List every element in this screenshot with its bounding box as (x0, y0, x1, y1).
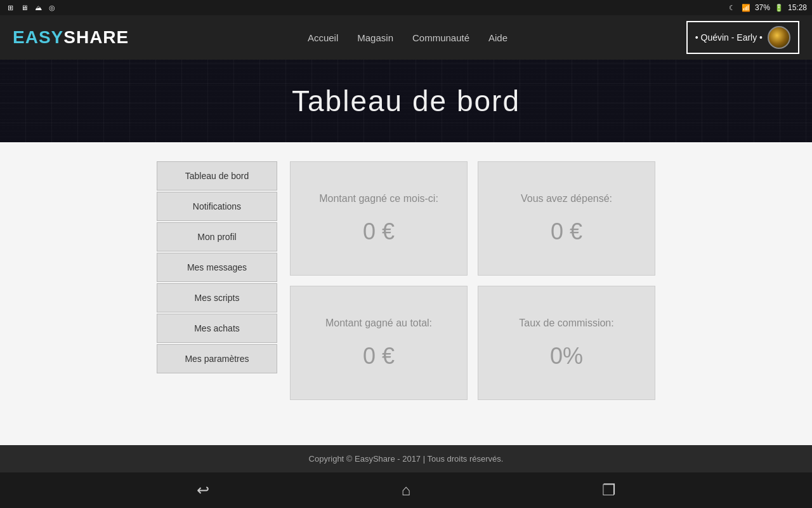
logo-share: SHARE (63, 27, 129, 48)
logo: EASY SHARE (13, 27, 129, 48)
battery-percent: 37% (755, 3, 770, 12)
navbar: EASY SHARE Accueil Magasin Communauté Ai… (0, 15, 812, 60)
status-bar-left: ⊞ 🖥 ⛰ ◎ (5, 3, 57, 13)
footer: Copyright © EasyShare - 2017 | Tous droi… (0, 445, 812, 472)
grid-icon: ⊞ (5, 3, 15, 13)
sidebar-item-mes-achats[interactable]: Mes achats (157, 314, 277, 343)
page-title: Tableau de bord (292, 84, 520, 118)
card-montant-total: Montant gagné au total: 0 € (290, 286, 468, 400)
sidebar-item-mon-profil[interactable]: Mon profil (157, 222, 277, 251)
card-vous-depense: Vous avez dépensé: 0 € (478, 161, 655, 276)
home-button[interactable]: ⌂ (393, 478, 419, 503)
card-montant-total-value: 0 € (363, 343, 395, 370)
status-bar: ⊞ 🖥 ⛰ ◎ ☾ 📶 37% 🔋 15:28 (0, 0, 812, 15)
user-menu[interactable]: • Quévin - Early • (686, 21, 799, 54)
card-montant-total-label: Montant gagné au total: (325, 316, 432, 330)
card-montant-mois-value: 0 € (363, 218, 395, 245)
nav-magasin[interactable]: Magasin (357, 32, 393, 43)
monitor-icon: 🖥 (19, 3, 29, 13)
card-taux-commission-label: Taux de commission: (519, 316, 613, 330)
sidebar-item-mes-scripts[interactable]: Mes scripts (157, 283, 277, 312)
card-montant-mois-label: Montant gagné ce mois-ci: (319, 192, 438, 206)
hero-banner: Tableau de bord (0, 60, 812, 142)
nav-communaute[interactable]: Communauté (412, 32, 469, 43)
nav-accueil[interactable]: Accueil (308, 32, 338, 43)
status-bar-right: ☾ 📶 37% 🔋 15:28 (727, 3, 807, 13)
card-vous-depense-value: 0 € (551, 218, 582, 245)
main-content: Tableau de bord Notifications Mon profil… (0, 142, 812, 445)
sidebar-item-mes-parametres[interactable]: Mes paramètres (157, 344, 277, 373)
nav-aide[interactable]: Aide (488, 32, 508, 43)
card-montant-mois: Montant gagné ce mois-ci: 0 € (290, 161, 468, 276)
app-icon-1: ⛰ (33, 3, 43, 13)
wifi-icon: 📶 (741, 3, 751, 13)
windows-icon: ❐ (602, 481, 616, 499)
footer-text: Copyright © EasyShare - 2017 | Tous droi… (309, 454, 504, 464)
logo-easy: EASY (13, 27, 63, 48)
windows-button[interactable]: ❐ (596, 478, 622, 503)
bottom-nav: ↩ ⌂ ❐ (0, 472, 812, 508)
time-display: 15:28 (788, 3, 807, 12)
card-taux-commission-value: 0% (550, 343, 583, 370)
back-icon: ↩ (197, 481, 209, 499)
card-taux-commission: Taux de commission: 0% (478, 286, 655, 400)
sidebar-item-tableau-de-bord[interactable]: Tableau de bord (157, 161, 277, 190)
sidebar-item-notifications[interactable]: Notifications (157, 192, 277, 221)
battery-icon: 🔋 (774, 3, 784, 13)
app-icon-2: ◎ (47, 3, 57, 13)
sidebar-item-mes-messages[interactable]: Mes messages (157, 253, 277, 282)
nav-links: Accueil Magasin Communauté Aide (308, 32, 508, 43)
sidebar: Tableau de bord Notifications Mon profil… (157, 161, 277, 432)
card-vous-depense-label: Vous avez dépensé: (521, 192, 612, 206)
home-icon: ⌂ (402, 481, 411, 499)
avatar (768, 26, 790, 49)
back-button[interactable]: ↩ (190, 478, 216, 503)
dashboard-cards: Montant gagné ce mois-ci: 0 € Vous avez … (290, 161, 655, 432)
user-label: • Quévin - Early • (695, 32, 763, 43)
moon-icon: ☾ (727, 3, 737, 13)
